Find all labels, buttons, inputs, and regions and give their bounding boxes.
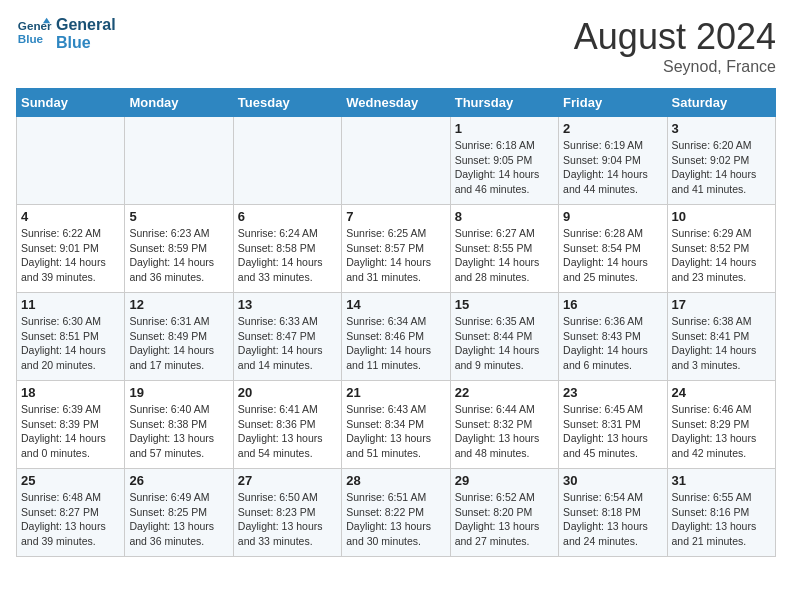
calendar-body: 1Sunrise: 6:18 AM Sunset: 9:05 PM Daylig…: [17, 117, 776, 557]
day-number: 28: [346, 473, 445, 488]
calendar-week-2: 4Sunrise: 6:22 AM Sunset: 9:01 PM Daylig…: [17, 205, 776, 293]
day-info: Sunrise: 6:30 AM Sunset: 8:51 PM Dayligh…: [21, 314, 120, 373]
logo: General Blue General Blue: [16, 16, 116, 52]
calendar-cell: 15Sunrise: 6:35 AM Sunset: 8:44 PM Dayli…: [450, 293, 558, 381]
day-info: Sunrise: 6:46 AM Sunset: 8:29 PM Dayligh…: [672, 402, 771, 461]
page-header: General Blue General Blue August 2024 Se…: [16, 16, 776, 76]
calendar-table: SundayMondayTuesdayWednesdayThursdayFrid…: [16, 88, 776, 557]
day-number: 12: [129, 297, 228, 312]
calendar-cell: 3Sunrise: 6:20 AM Sunset: 9:02 PM Daylig…: [667, 117, 775, 205]
calendar-header: SundayMondayTuesdayWednesdayThursdayFrid…: [17, 89, 776, 117]
calendar-cell: 30Sunrise: 6:54 AM Sunset: 8:18 PM Dayli…: [559, 469, 667, 557]
day-info: Sunrise: 6:36 AM Sunset: 8:43 PM Dayligh…: [563, 314, 662, 373]
day-number: 6: [238, 209, 337, 224]
calendar-cell: 9Sunrise: 6:28 AM Sunset: 8:54 PM Daylig…: [559, 205, 667, 293]
day-info: Sunrise: 6:27 AM Sunset: 8:55 PM Dayligh…: [455, 226, 554, 285]
day-info: Sunrise: 6:31 AM Sunset: 8:49 PM Dayligh…: [129, 314, 228, 373]
day-info: Sunrise: 6:41 AM Sunset: 8:36 PM Dayligh…: [238, 402, 337, 461]
day-info: Sunrise: 6:43 AM Sunset: 8:34 PM Dayligh…: [346, 402, 445, 461]
calendar-cell: 20Sunrise: 6:41 AM Sunset: 8:36 PM Dayli…: [233, 381, 341, 469]
svg-text:Blue: Blue: [18, 32, 44, 45]
weekday-header-friday: Friday: [559, 89, 667, 117]
day-number: 9: [563, 209, 662, 224]
day-number: 24: [672, 385, 771, 400]
weekday-header-thursday: Thursday: [450, 89, 558, 117]
day-info: Sunrise: 6:45 AM Sunset: 8:31 PM Dayligh…: [563, 402, 662, 461]
day-info: Sunrise: 6:52 AM Sunset: 8:20 PM Dayligh…: [455, 490, 554, 549]
day-number: 11: [21, 297, 120, 312]
day-info: Sunrise: 6:40 AM Sunset: 8:38 PM Dayligh…: [129, 402, 228, 461]
calendar-cell: 6Sunrise: 6:24 AM Sunset: 8:58 PM Daylig…: [233, 205, 341, 293]
calendar-cell: 2Sunrise: 6:19 AM Sunset: 9:04 PM Daylig…: [559, 117, 667, 205]
day-number: 30: [563, 473, 662, 488]
day-number: 7: [346, 209, 445, 224]
calendar-cell: 5Sunrise: 6:23 AM Sunset: 8:59 PM Daylig…: [125, 205, 233, 293]
weekday-header-tuesday: Tuesday: [233, 89, 341, 117]
day-info: Sunrise: 6:28 AM Sunset: 8:54 PM Dayligh…: [563, 226, 662, 285]
day-info: Sunrise: 6:39 AM Sunset: 8:39 PM Dayligh…: [21, 402, 120, 461]
day-info: Sunrise: 6:24 AM Sunset: 8:58 PM Dayligh…: [238, 226, 337, 285]
day-number: 3: [672, 121, 771, 136]
calendar-cell: 17Sunrise: 6:38 AM Sunset: 8:41 PM Dayli…: [667, 293, 775, 381]
day-number: 21: [346, 385, 445, 400]
day-info: Sunrise: 6:25 AM Sunset: 8:57 PM Dayligh…: [346, 226, 445, 285]
calendar-cell: [342, 117, 450, 205]
weekday-row: SundayMondayTuesdayWednesdayThursdayFrid…: [17, 89, 776, 117]
day-number: 31: [672, 473, 771, 488]
day-info: Sunrise: 6:29 AM Sunset: 8:52 PM Dayligh…: [672, 226, 771, 285]
day-info: Sunrise: 6:18 AM Sunset: 9:05 PM Dayligh…: [455, 138, 554, 197]
calendar-cell: 23Sunrise: 6:45 AM Sunset: 8:31 PM Dayli…: [559, 381, 667, 469]
day-number: 22: [455, 385, 554, 400]
day-number: 15: [455, 297, 554, 312]
day-number: 27: [238, 473, 337, 488]
day-info: Sunrise: 6:54 AM Sunset: 8:18 PM Dayligh…: [563, 490, 662, 549]
weekday-header-saturday: Saturday: [667, 89, 775, 117]
calendar-cell: 12Sunrise: 6:31 AM Sunset: 8:49 PM Dayli…: [125, 293, 233, 381]
calendar-week-4: 18Sunrise: 6:39 AM Sunset: 8:39 PM Dayli…: [17, 381, 776, 469]
calendar-cell: 28Sunrise: 6:51 AM Sunset: 8:22 PM Dayli…: [342, 469, 450, 557]
calendar-cell: 22Sunrise: 6:44 AM Sunset: 8:32 PM Dayli…: [450, 381, 558, 469]
day-number: 5: [129, 209, 228, 224]
calendar-cell: [125, 117, 233, 205]
weekday-header-wednesday: Wednesday: [342, 89, 450, 117]
day-number: 8: [455, 209, 554, 224]
calendar-cell: 25Sunrise: 6:48 AM Sunset: 8:27 PM Dayli…: [17, 469, 125, 557]
calendar-week-5: 25Sunrise: 6:48 AM Sunset: 8:27 PM Dayli…: [17, 469, 776, 557]
day-number: 19: [129, 385, 228, 400]
calendar-cell: 16Sunrise: 6:36 AM Sunset: 8:43 PM Dayli…: [559, 293, 667, 381]
weekday-header-sunday: Sunday: [17, 89, 125, 117]
day-info: Sunrise: 6:23 AM Sunset: 8:59 PM Dayligh…: [129, 226, 228, 285]
location-title: Seynod, France: [574, 58, 776, 76]
day-info: Sunrise: 6:49 AM Sunset: 8:25 PM Dayligh…: [129, 490, 228, 549]
day-number: 26: [129, 473, 228, 488]
day-info: Sunrise: 6:22 AM Sunset: 9:01 PM Dayligh…: [21, 226, 120, 285]
day-info: Sunrise: 6:34 AM Sunset: 8:46 PM Dayligh…: [346, 314, 445, 373]
calendar-cell: 10Sunrise: 6:29 AM Sunset: 8:52 PM Dayli…: [667, 205, 775, 293]
calendar-cell: [233, 117, 341, 205]
day-info: Sunrise: 6:35 AM Sunset: 8:44 PM Dayligh…: [455, 314, 554, 373]
day-number: 4: [21, 209, 120, 224]
logo-line2: Blue: [56, 34, 116, 52]
day-number: 14: [346, 297, 445, 312]
calendar-cell: 8Sunrise: 6:27 AM Sunset: 8:55 PM Daylig…: [450, 205, 558, 293]
day-number: 18: [21, 385, 120, 400]
logo-line1: General: [56, 16, 116, 34]
calendar-cell: 21Sunrise: 6:43 AM Sunset: 8:34 PM Dayli…: [342, 381, 450, 469]
day-number: 23: [563, 385, 662, 400]
day-info: Sunrise: 6:20 AM Sunset: 9:02 PM Dayligh…: [672, 138, 771, 197]
calendar-cell: 27Sunrise: 6:50 AM Sunset: 8:23 PM Dayli…: [233, 469, 341, 557]
day-info: Sunrise: 6:48 AM Sunset: 8:27 PM Dayligh…: [21, 490, 120, 549]
calendar-cell: 18Sunrise: 6:39 AM Sunset: 8:39 PM Dayli…: [17, 381, 125, 469]
calendar-cell: 7Sunrise: 6:25 AM Sunset: 8:57 PM Daylig…: [342, 205, 450, 293]
weekday-header-monday: Monday: [125, 89, 233, 117]
day-number: 16: [563, 297, 662, 312]
month-title: August 2024: [574, 16, 776, 58]
day-info: Sunrise: 6:50 AM Sunset: 8:23 PM Dayligh…: [238, 490, 337, 549]
calendar-cell: 31Sunrise: 6:55 AM Sunset: 8:16 PM Dayli…: [667, 469, 775, 557]
day-number: 29: [455, 473, 554, 488]
day-number: 2: [563, 121, 662, 136]
calendar-cell: 11Sunrise: 6:30 AM Sunset: 8:51 PM Dayli…: [17, 293, 125, 381]
day-info: Sunrise: 6:33 AM Sunset: 8:47 PM Dayligh…: [238, 314, 337, 373]
title-block: August 2024 Seynod, France: [574, 16, 776, 76]
calendar-week-3: 11Sunrise: 6:30 AM Sunset: 8:51 PM Dayli…: [17, 293, 776, 381]
